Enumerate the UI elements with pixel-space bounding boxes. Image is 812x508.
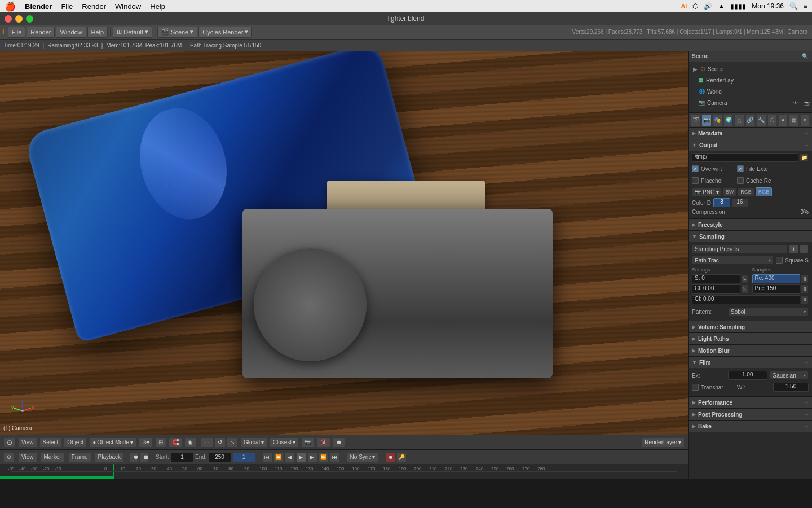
rec-btn[interactable]: ⏺ <box>130 452 139 462</box>
re-spinner[interactable]: ⇅ <box>801 274 809 283</box>
light-paths-header[interactable]: ▶ Light Paths ··· <box>689 333 812 344</box>
format-selector[interactable]: 📷 PNG ▾ <box>692 187 722 196</box>
tab-modifiers[interactable]: 🔧 <box>756 114 766 126</box>
move-tool[interactable]: ↔ <box>201 437 213 448</box>
rgba-btn[interactable]: RGB <box>756 187 773 196</box>
square-samples-checkbox[interactable] <box>776 257 783 264</box>
cl1-input[interactable]: Cl: 0.00 <box>692 284 740 294</box>
rgb-btn[interactable]: RGB <box>738 187 754 196</box>
tab-texture[interactable]: ▦ <box>789 114 798 126</box>
menu-render[interactable]: Render <box>82 2 106 11</box>
timeline-view-menu[interactable]: View <box>18 452 37 462</box>
file-ext-checkbox[interactable] <box>737 165 744 172</box>
view-menu[interactable]: View <box>18 437 37 448</box>
timeline-header-icon[interactable]: ⊙ <box>3 452 15 462</box>
timeline-playback-menu[interactable]: Playback <box>95 452 125 462</box>
preset-remove-btn[interactable]: − <box>800 244 809 253</box>
outliner-search-icon[interactable]: 🔍 <box>802 53 809 59</box>
metadata-header[interactable]: ▶ Metadata ··· <box>689 128 812 139</box>
filter-selector[interactable]: Gaussian ▾ <box>770 371 809 380</box>
sync-selector[interactable]: No Sync▾ <box>347 452 379 462</box>
tree-item-world[interactable]: 🌐 World <box>689 86 812 97</box>
tab-constraints[interactable]: 🔗 <box>745 114 755 126</box>
pre-input[interactable]: Pre: 150 <box>752 284 801 294</box>
mute-btn[interactable]: 🔇 <box>317 437 330 448</box>
volume-sampling-header[interactable]: ▶ Volume Sampling ··· <box>689 321 812 332</box>
timeline-frame-menu[interactable]: Frame <box>68 452 91 462</box>
timeline-marker-menu[interactable]: Marker <box>41 452 65 462</box>
tab-material[interactable]: ● <box>778 114 788 126</box>
transform-gizmo[interactable]: ⊞ <box>155 437 166 448</box>
camera-btn[interactable]: 📷 <box>301 437 315 448</box>
start-frame-input[interactable] <box>171 452 193 462</box>
menu-icon[interactable]: ≡ <box>804 2 807 10</box>
cache-checkbox[interactable] <box>737 177 744 184</box>
pre-spinner[interactable]: ⇅ <box>801 284 809 294</box>
menu-file[interactable]: File <box>61 2 73 11</box>
next-frame-btn[interactable]: ▶ <box>307 452 317 462</box>
motion-blur-header[interactable]: ▶ Motion Blur ··· <box>689 345 812 356</box>
tab-scene[interactable]: 🎭 <box>713 114 722 126</box>
current-frame-input[interactable] <box>233 452 255 462</box>
pattern-selector[interactable]: Sobol ▾ <box>728 307 809 316</box>
cl1-spinner[interactable]: ⇅ <box>741 284 749 294</box>
color-depth-16[interactable]: 16 <box>731 198 748 207</box>
jump-start-btn[interactable]: ⏮ <box>262 452 272 462</box>
menu-blender[interactable]: Blender <box>25 2 52 11</box>
s-spinner[interactable]: ⇅ <box>741 274 749 283</box>
prev-key-btn[interactable]: ⏪ <box>273 452 284 462</box>
record-anim-btn[interactable]: ⏺ <box>385 452 395 462</box>
end-frame-input[interactable] <box>209 452 231 462</box>
cursor-icon[interactable]: ⊕ <box>799 100 803 106</box>
menu-help[interactable]: Help <box>150 2 165 11</box>
sampling-header[interactable]: ▼ Sampling ··· <box>689 231 812 242</box>
bake-header[interactable]: ▶ Bake ··· <box>689 421 812 432</box>
window-menu-btn[interactable]: Window <box>56 27 86 38</box>
tab-render[interactable]: 🎬 <box>691 114 700 126</box>
method-selector[interactable]: Path Trac ▾ <box>692 256 774 265</box>
preset-add-btn[interactable]: + <box>789 244 798 253</box>
bw-btn[interactable]: BW <box>723 187 737 196</box>
overwrite-checkbox[interactable] <box>692 165 699 172</box>
render-menu-btn[interactable]: Render <box>27 27 55 38</box>
output-header[interactable]: ▼ Output ··· <box>689 139 812 151</box>
transparent-checkbox[interactable] <box>692 384 699 391</box>
keying-btn[interactable]: 🔑 <box>396 452 407 462</box>
pivot-selector[interactable]: ⊙▾ <box>139 437 153 448</box>
global-selector[interactable]: Global▾ <box>240 437 267 448</box>
layout-selector[interactable]: ⊞Default▾ <box>113 27 152 38</box>
timeline-area[interactable]: -50 -40 -30 -20 -10 0 10 20 30 40 50 60 … <box>0 464 688 479</box>
apple-menu[interactable]: 🍎 <box>5 1 16 12</box>
file-menu-btn[interactable]: File <box>8 27 26 38</box>
tab-object[interactable]: △ <box>734 114 744 126</box>
select-menu[interactable]: Select <box>39 437 62 448</box>
wi-input[interactable]: 1.50 <box>773 383 809 392</box>
renderlayer-selector[interactable]: RenderLayer▾ <box>641 437 685 448</box>
post-processing-header[interactable]: ▶ Post Processing ··· <box>689 409 812 420</box>
scale-tool[interactable]: ⤡ <box>227 437 238 448</box>
shading-selector[interactable]: Closest▾ <box>270 437 299 448</box>
tree-item-camera[interactable]: 📷 Camera 👁 ⊕ 📷 <box>689 97 812 108</box>
re-input[interactable]: Re: 400 <box>752 274 801 283</box>
tab-world[interactable]: 🌍 <box>723 114 733 126</box>
ac-btn[interactable]: ⏹ <box>140 452 149 462</box>
rotate-tool[interactable]: ↺ <box>214 437 226 448</box>
tab-particles[interactable]: ✦ <box>800 114 810 126</box>
s-input[interactable]: S: 0 <box>692 274 740 283</box>
render-icon[interactable]: 📷 <box>804 100 810 106</box>
prev-frame-btn[interactable]: ◀ <box>285 452 295 462</box>
play-btn[interactable]: ▶ <box>296 452 306 462</box>
menu-window[interactable]: Window <box>115 2 141 11</box>
output-path-input[interactable]: /tmp/ <box>692 153 798 162</box>
search-icon[interactable]: 🔍 <box>789 2 798 10</box>
proportional-btn[interactable]: ◉ <box>184 437 196 448</box>
close-button[interactable] <box>5 15 12 23</box>
performance-header[interactable]: ▶ Performance ··· <box>689 397 812 408</box>
viewport-header-icon[interactable]: ⊙ <box>3 437 16 448</box>
tree-item-circle[interactable]: ◯ Circle 👁 ⊕ 📷 <box>689 108 812 113</box>
tree-item-scene[interactable]: ▶ ⬡ Scene <box>689 63 812 75</box>
cl2-input[interactable]: Cl: 0.00 <box>692 295 800 304</box>
minimize-button[interactable] <box>15 15 23 23</box>
maximize-button[interactable] <box>26 15 33 23</box>
exposure-input[interactable]: 1.00 <box>728 371 767 380</box>
